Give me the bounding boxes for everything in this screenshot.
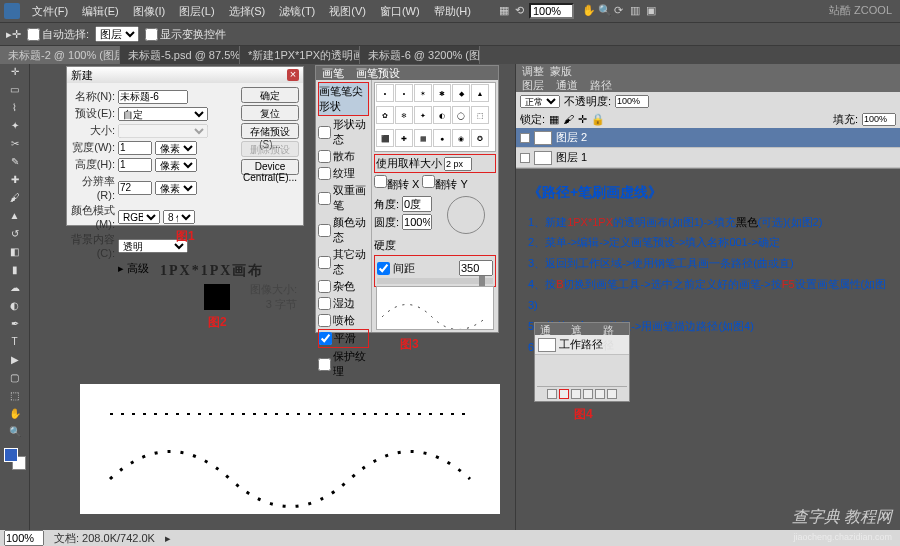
mode-select[interactable]: RGB 颜色	[118, 210, 160, 224]
heal-tool[interactable]: ✚	[8, 174, 22, 188]
auto-select-target[interactable]: 图层	[95, 26, 139, 42]
rotate-icon[interactable]: ⟳	[608, 4, 622, 18]
marquee-tool[interactable]: ▭	[8, 84, 22, 98]
eraser-tool[interactable]: ◧	[8, 246, 22, 260]
crop-tool[interactable]: ✂	[8, 138, 22, 152]
blur-tool[interactable]: ☁	[8, 282, 22, 296]
menu-window[interactable]: 窗口(W)	[374, 4, 426, 19]
res-unit[interactable]: 像素/英寸	[155, 181, 197, 195]
fill-input[interactable]	[862, 113, 896, 126]
tab-brush-presets[interactable]: 画笔预设	[350, 66, 406, 80]
device-central-button[interactable]: Device Central(E)...	[241, 159, 299, 175]
width-unit[interactable]: 像素	[155, 141, 197, 155]
tab-layers[interactable]: 图层	[516, 78, 550, 92]
path-to-sel-icon[interactable]	[571, 389, 581, 399]
cancel-button[interactable]: 复位	[241, 105, 299, 121]
menu-help[interactable]: 帮助(H)	[428, 4, 477, 19]
menu-image[interactable]: 图像(I)	[127, 4, 171, 19]
menu-file[interactable]: 文件(F)	[26, 4, 74, 19]
fg-color-swatch[interactable]	[4, 448, 18, 462]
tab-brush[interactable]: 画笔	[316, 66, 350, 80]
lock-trans-icon[interactable]: ▦	[549, 113, 559, 126]
dodge-tool[interactable]: ◐	[8, 300, 22, 314]
new-path-icon[interactable]	[595, 389, 605, 399]
path-select-tool[interactable]: ▶	[8, 354, 22, 368]
move-tool[interactable]: ✛	[8, 66, 22, 80]
advanced-toggle[interactable]: ▸ 高级	[118, 261, 149, 276]
status-zoom-input[interactable]	[4, 530, 44, 546]
close-icon[interactable]: ×	[287, 69, 299, 81]
flipx-checkbox[interactable]	[374, 175, 387, 188]
tab-channels2[interactable]: 通道	[535, 323, 566, 335]
tab-paths2[interactable]: 路径	[598, 323, 629, 335]
save-preset-button[interactable]: 存储预设(S)...	[241, 123, 299, 139]
visibility-icon[interactable]	[520, 153, 530, 163]
pen-tool[interactable]: ✒	[8, 318, 22, 332]
chevron-right-icon[interactable]: ▸	[165, 532, 171, 545]
hand-tool[interactable]: ✋	[8, 408, 22, 422]
menu-view[interactable]: 视图(V)	[323, 4, 372, 19]
layer-row[interactable]: 图层 2	[516, 128, 900, 148]
color-swatches[interactable]	[4, 448, 26, 470]
3d-tool[interactable]: ⬚	[8, 390, 22, 404]
layer-row[interactable]: 图层 1	[516, 148, 900, 168]
menu-filter[interactable]: 滤镜(T)	[273, 4, 321, 19]
doc-tab[interactable]: 未标题-6 @ 3200% (图层 1, RGB/)	[360, 46, 480, 64]
lock-paint-icon[interactable]: 🖌	[563, 113, 574, 125]
doc-tab[interactable]: *新建1PX*1PX的透明画布...	[240, 46, 360, 64]
visibility-icon[interactable]	[520, 133, 530, 143]
ok-button[interactable]: 确定	[241, 87, 299, 103]
lock-move-icon[interactable]: ✛	[578, 113, 587, 126]
opacity-input[interactable]	[615, 95, 649, 108]
shape-tool[interactable]: ▢	[8, 372, 22, 386]
roundness-input[interactable]	[402, 214, 432, 230]
flipy-checkbox[interactable]	[422, 175, 435, 188]
move-tool-preset-icon[interactable]: ▸✛	[6, 28, 21, 41]
brush-thumbnails[interactable]: ••✶✱◆▲ ✿❄✦◐◯⬚ ⬛✚▦●◉✪	[374, 82, 496, 152]
angle-input[interactable]	[402, 196, 432, 212]
gradient-tool[interactable]: ▮	[8, 264, 22, 278]
screen-mode-icon[interactable]: ▣	[640, 4, 654, 18]
name-input[interactable]	[118, 90, 188, 104]
width-input[interactable]	[118, 141, 152, 155]
stamp-tool[interactable]: ▲	[8, 210, 22, 224]
preset-select[interactable]: 自定	[118, 107, 208, 121]
menu-select[interactable]: 选择(S)	[223, 4, 272, 19]
launch-bridge-icon[interactable]: ▦	[493, 4, 507, 18]
path-row[interactable]: 工作路径	[535, 335, 629, 355]
spacing-input[interactable]	[459, 260, 493, 276]
doc-tab[interactable]: 未标题-2 @ 100% (图层 2, RGB/8)	[0, 46, 120, 64]
angle-diagram[interactable]	[447, 196, 485, 234]
spacing-checkbox[interactable]	[377, 262, 390, 275]
height-unit[interactable]: 像素	[155, 158, 197, 172]
zoom-field[interactable]	[529, 3, 574, 19]
show-transform-checkbox[interactable]: 显示变换控件	[145, 27, 226, 42]
doc-tab[interactable]: 未标题-5.psd @ 87.5% (路径+笔刷画虚线2)	[120, 46, 240, 64]
lasso-tool[interactable]: ⌇	[8, 102, 22, 116]
eyedropper-tool[interactable]: ✎	[8, 156, 22, 170]
blend-mode-select[interactable]: 正常	[520, 95, 560, 108]
menu-layer[interactable]: 图层(L)	[173, 4, 220, 19]
zoom-tool[interactable]: 🔍	[8, 426, 22, 440]
lock-all-icon[interactable]: 🔒	[591, 113, 605, 126]
arrange-icon[interactable]: ▥	[624, 4, 638, 18]
hand-icon[interactable]: ✋	[576, 4, 590, 18]
wand-tool[interactable]: ✦	[8, 120, 22, 134]
brush-tool[interactable]: 🖌	[8, 192, 22, 206]
tab-channels[interactable]: 通道	[550, 78, 584, 92]
resolution-input[interactable]	[118, 181, 152, 195]
tab-masks2[interactable]: 遮罩	[566, 323, 597, 335]
auto-select-checkbox[interactable]: 自动选择:	[27, 27, 89, 42]
type-tool[interactable]: T	[8, 336, 22, 350]
zoom-icon[interactable]: 🔍	[592, 4, 606, 18]
tab-paths[interactable]: 路径	[584, 78, 618, 92]
stroke-path-icon[interactable]	[559, 389, 569, 399]
delete-path-icon[interactable]	[607, 389, 617, 399]
height-input[interactable]	[118, 158, 152, 172]
bits-select[interactable]: 8 位	[163, 210, 195, 224]
history-icon[interactable]: ⟲	[509, 4, 523, 18]
brush-size-input[interactable]	[444, 157, 472, 171]
sel-to-path-icon[interactable]	[583, 389, 593, 399]
history-brush-tool[interactable]: ↺	[8, 228, 22, 242]
menu-edit[interactable]: 编辑(E)	[76, 4, 125, 19]
